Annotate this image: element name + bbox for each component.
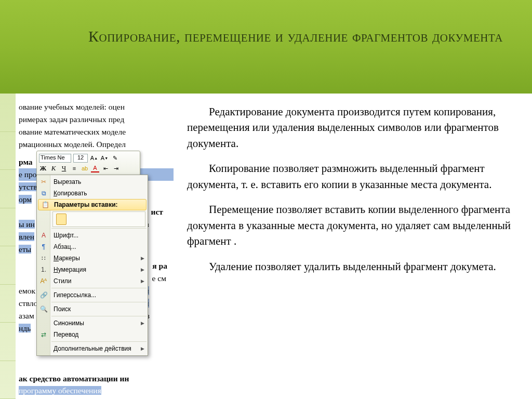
highlight-icon[interactable]: ab — [81, 164, 89, 172]
bold-button[interactable]: Ж — [39, 164, 47, 172]
document-footer-text: ак средство автоматизации ин программу о… — [16, 373, 192, 397]
left-decoration — [0, 94, 16, 399]
paragraph-3: Перемещение позволяет вставить копии выд… — [187, 202, 511, 249]
paragraph-2: Копирование позволяет размножить выделен… — [187, 161, 511, 192]
context-menu: ✂ Вырезать ⧉ Копировать 📋 Параметры вста… — [36, 175, 148, 356]
paragraph-1: Редактирование документа производится пу… — [187, 104, 511, 151]
scissors-icon: ✂ — [39, 178, 48, 186]
screenshot-panel: ование учебных моделей: оцен римерах зад… — [16, 94, 177, 399]
format-painter-icon[interactable]: ✎ — [111, 154, 119, 162]
hyperlink-icon: 🔗 — [39, 291, 48, 299]
menu-cut[interactable]: ✂ Вырезать — [37, 176, 148, 188]
menu-bullets[interactable]: ∷ Маркеры▶ — [37, 252, 148, 264]
paragraph-4: Удаление позволяет удалить выделенный фр… — [187, 259, 511, 274]
align-center-icon[interactable]: ≡ — [70, 164, 78, 172]
outdent-icon[interactable]: ⇥ — [112, 164, 120, 172]
shrink-font-icon[interactable]: A▼ — [100, 154, 109, 162]
font-color-icon[interactable]: A — [91, 164, 99, 172]
menu-hyperlink[interactable]: 🔗 Гиперссылка... — [37, 289, 148, 301]
paste-keep-formatting-icon[interactable] — [56, 214, 66, 225]
grow-font-icon[interactable]: A▲ — [90, 154, 98, 162]
synonyms-icon — [39, 319, 48, 327]
underline-button[interactable]: Ч — [60, 164, 68, 172]
more-icon — [39, 344, 48, 353]
slide-content: ование учебных моделей: оцен римерах зад… — [16, 94, 532, 399]
font-icon: A — [39, 231, 48, 240]
paste-options-box[interactable] — [52, 211, 145, 227]
menu-paragraph[interactable]: ¶ Абзац... — [37, 241, 148, 252]
bullets-icon: ∷ — [39, 254, 48, 262]
font-select[interactable]: Times Ne — [39, 154, 71, 163]
slide-header: Копирование, перемещение и удаление фраг… — [0, 0, 532, 94]
menu-synonyms[interactable]: Синонимы▶ — [37, 317, 148, 329]
clipboard-icon: 📋 — [41, 201, 49, 209]
styles-icon: Aᴬ — [39, 277, 48, 285]
search-icon: 🔍 — [39, 305, 48, 313]
menu-search[interactable]: 🔍 Поиск — [37, 303, 148, 315]
copy-icon: ⧉ — [39, 189, 48, 197]
italic-button[interactable]: К — [49, 164, 58, 172]
explanation-text: Редактирование документа производится пу… — [177, 94, 532, 399]
indent-icon[interactable]: ⇤ — [101, 164, 110, 172]
menu-copy[interactable]: ⧉ Копировать — [37, 188, 148, 199]
menu-numbering[interactable]: 1. Нумерация▶ — [37, 264, 148, 275]
translate-icon: ⇄ — [39, 330, 48, 339]
paragraph-icon: ¶ — [39, 243, 48, 251]
menu-more-actions[interactable]: Дополнительные действия▶ — [37, 343, 148, 354]
menu-styles[interactable]: Aᴬ Стили▶ — [37, 275, 148, 287]
size-select[interactable]: 12 — [73, 154, 88, 163]
menu-paste-options[interactable]: 📋 Параметры вставки: — [38, 199, 147, 210]
menu-translate[interactable]: ⇄ Перевод — [37, 329, 148, 340]
slide-title: Копирование, перемещение и удаление фраг… — [88, 26, 511, 47]
numbering-icon: 1. — [39, 265, 48, 274]
mini-toolbar: Times Ne 12 A▲ A▼ ✎ Ж К Ч ≡ ab A ⇤ ⇥ — [36, 151, 140, 176]
menu-font[interactable]: A Шрифт... — [37, 230, 148, 241]
